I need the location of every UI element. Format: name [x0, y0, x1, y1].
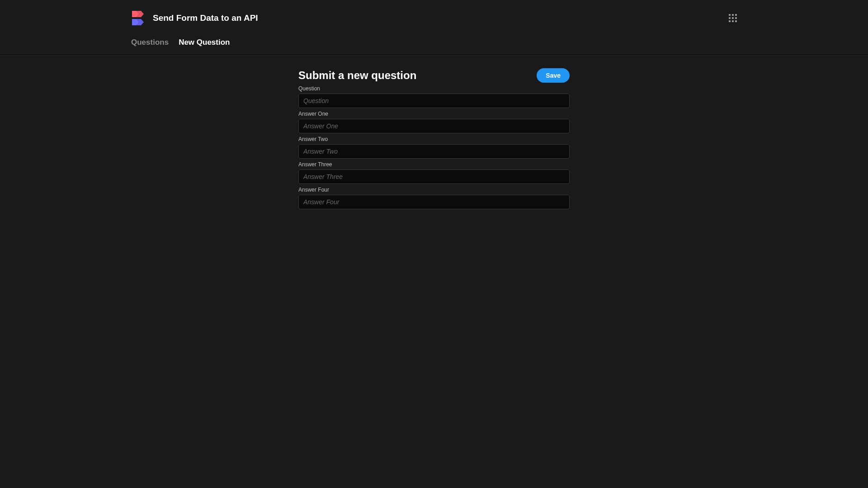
answer-four-label: Answer Four: [298, 187, 570, 193]
answer-three-input[interactable]: [298, 169, 570, 184]
form-container: Submit a new question Save Question Answ…: [298, 68, 570, 212]
form-title: Submit a new question: [298, 69, 416, 82]
tab-questions[interactable]: Questions: [131, 38, 169, 55]
answer-three-label: Answer Three: [298, 161, 570, 168]
field-group-answer-one: Answer One: [298, 111, 570, 133]
form-header: Submit a new question Save: [298, 68, 570, 83]
answer-two-label: Answer Two: [298, 136, 570, 142]
answer-one-input[interactable]: [298, 119, 570, 133]
field-group-question: Question: [298, 85, 570, 108]
answer-four-input[interactable]: [298, 195, 570, 209]
save-button[interactable]: Save: [537, 68, 570, 83]
answer-two-input[interactable]: [298, 144, 570, 159]
field-group-answer-four: Answer Four: [298, 187, 570, 209]
app-title: Send Form Data to an API: [153, 13, 258, 23]
app-logo-icon: [131, 10, 147, 26]
tab-bar: Questions New Question: [0, 28, 868, 55]
question-label: Question: [298, 85, 570, 92]
content-area: Submit a new question Save Question Answ…: [0, 56, 868, 212]
question-input[interactable]: [298, 94, 570, 108]
field-group-answer-three: Answer Three: [298, 161, 570, 184]
apps-grid-icon[interactable]: [729, 14, 737, 22]
tab-new-question[interactable]: New Question: [179, 38, 230, 55]
field-group-answer-two: Answer Two: [298, 136, 570, 159]
header-left: Send Form Data to an API: [131, 10, 258, 26]
answer-one-label: Answer One: [298, 111, 570, 117]
header-bar: Send Form Data to an API: [0, 0, 868, 28]
